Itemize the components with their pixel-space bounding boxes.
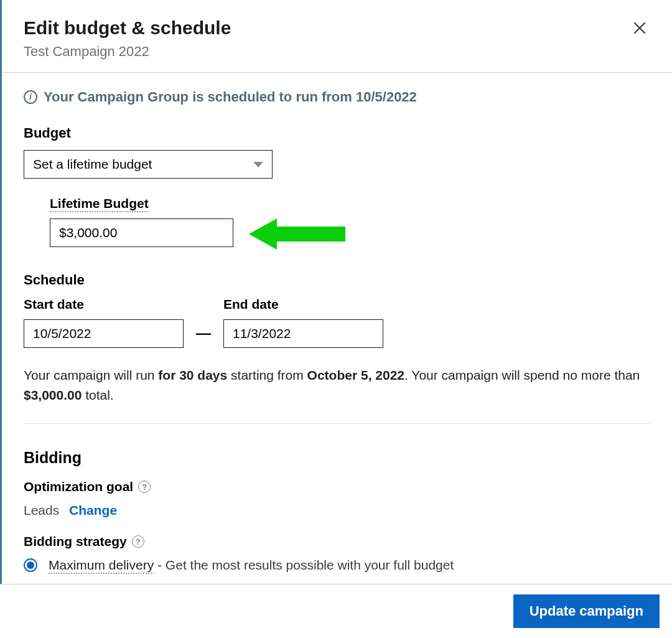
optimization-goal-value: Leads xyxy=(24,503,59,517)
lifetime-budget-label: Lifetime Budget xyxy=(50,196,650,211)
close-button[interactable] xyxy=(629,17,650,42)
annotation-arrow xyxy=(249,215,355,253)
chevron-down-icon xyxy=(253,162,263,167)
schedule-section-label: Schedule xyxy=(24,272,650,288)
budget-type-select[interactable]: Set a lifetime budget xyxy=(24,150,273,179)
budget-summary-text: Your campaign will run for 30 days start… xyxy=(24,365,650,405)
campaign-name: Test Campaign 2022 xyxy=(24,44,231,60)
start-date-input[interactable] xyxy=(24,319,184,348)
radio-selected-icon[interactable] xyxy=(24,558,37,572)
info-icon: i xyxy=(24,90,37,104)
bidding-heading: Bidding xyxy=(24,449,650,467)
modal-footer: Update campaign xyxy=(0,584,672,638)
option-name: Maximum delivery xyxy=(49,558,154,572)
option-description: - Get the most results possible with you… xyxy=(154,558,454,572)
update-campaign-button[interactable]: Update campaign xyxy=(513,594,660,628)
start-date-label: Start date xyxy=(24,297,184,312)
bidding-option-max-delivery[interactable]: Maximum delivery - Get the most results … xyxy=(24,558,650,573)
bidding-strategy-label: Bidding strategy xyxy=(24,534,127,549)
end-date-input[interactable] xyxy=(223,319,383,348)
date-range-separator: — xyxy=(196,324,211,348)
modal-title: Edit budget & schedule xyxy=(24,17,231,39)
budget-type-value: Set a lifetime budget xyxy=(33,157,152,172)
help-icon[interactable]: ? xyxy=(138,481,151,493)
svg-marker-2 xyxy=(249,218,345,250)
lifetime-budget-input[interactable] xyxy=(50,218,233,247)
end-date-label: End date xyxy=(223,297,383,312)
optimization-goal-label: Optimization goal xyxy=(24,479,133,494)
budget-section-label: Budget xyxy=(24,125,650,141)
info-banner: i Your Campaign Group is scheduled to ru… xyxy=(24,89,650,105)
divider xyxy=(24,423,650,424)
info-banner-text: Your Campaign Group is scheduled to run … xyxy=(44,89,417,105)
modal-header: Edit budget & schedule Test Campaign 202… xyxy=(2,0,672,72)
close-icon xyxy=(632,20,648,36)
change-goal-link[interactable]: Change xyxy=(69,503,117,517)
help-icon[interactable]: ? xyxy=(132,535,144,548)
